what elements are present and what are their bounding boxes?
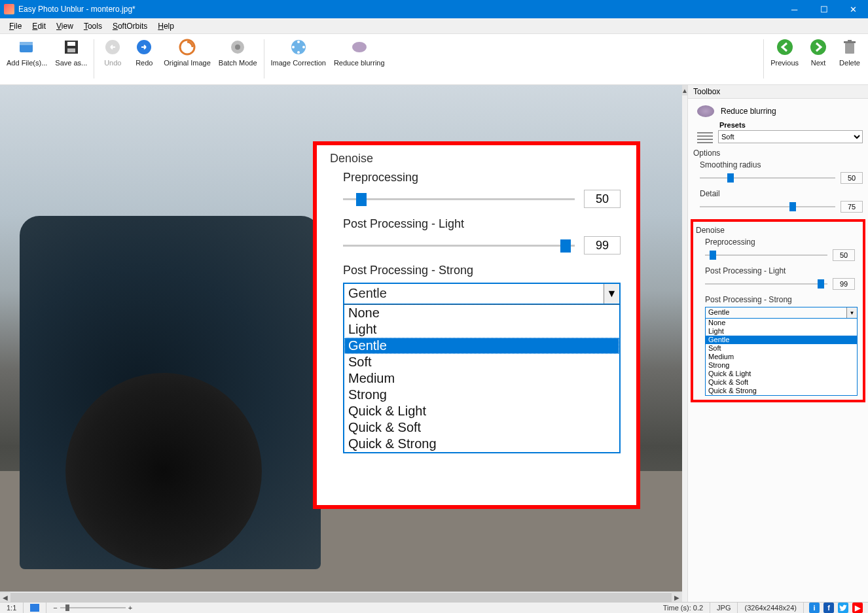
twitter-icon[interactable]: [838, 603, 848, 613]
zoom-out-icon[interactable]: −: [53, 604, 57, 612]
canvas-area[interactable]: Denoise Preprocessing 50 Post Processing…: [0, 85, 682, 602]
delete-button[interactable]: Delete: [834, 37, 865, 68]
info-icon[interactable]: i: [809, 603, 820, 613]
smoothing-value[interactable]: 50: [841, 172, 863, 184]
option-quick-soft[interactable]: Quick & Soft: [706, 378, 857, 387]
undo-icon: [103, 38, 122, 56]
tb-preprocessing-slider[interactable]: [705, 251, 827, 260]
undo-button[interactable]: Undo: [97, 37, 128, 68]
detail-value[interactable]: 75: [841, 201, 863, 213]
svg-rect-1: [20, 42, 33, 45]
vertical-scrollbar[interactable]: ▲: [682, 85, 687, 602]
add-files-label: Add File(s)...: [7, 59, 47, 67]
zoom-controls[interactable]: − +: [46, 603, 139, 613]
option-quick-soft[interactable]: Quick & Soft: [344, 419, 619, 436]
zoom-slider[interactable]: [60, 606, 126, 610]
tb-post-light-slider[interactable]: [705, 279, 827, 289]
svg-rect-4: [67, 48, 75, 52]
separator: [94, 39, 94, 79]
option-quick-strong[interactable]: Quick & Strong: [706, 387, 857, 395]
option-quick-strong[interactable]: Quick & Strong: [344, 436, 619, 452]
save-icon: [62, 38, 81, 56]
scroll-up-icon[interactable]: ▲: [682, 85, 687, 96]
option-gentle[interactable]: Gentle: [706, 336, 857, 344]
option-strong[interactable]: Strong: [706, 361, 857, 370]
option-none[interactable]: None: [344, 305, 619, 321]
batch-mode-button[interactable]: Batch Mode: [215, 37, 261, 68]
separator: [264, 39, 264, 79]
menu-softorbits[interactable]: SoftOrbits: [107, 20, 153, 32]
tb-post-strong-label: Post Processing - Strong: [696, 294, 860, 306]
reduce-blurring-icon: [350, 38, 369, 56]
option-gentle[interactable]: Gentle: [344, 338, 619, 354]
presets-select[interactable]: Soft: [718, 130, 863, 143]
post-strong-selected: Gentle: [344, 284, 604, 304]
redo-button[interactable]: Redo: [128, 37, 160, 68]
menu-edit[interactable]: Edit: [27, 20, 51, 32]
scroll-left-icon[interactable]: ◀: [0, 592, 10, 602]
chevron-down-icon[interactable]: ▼: [846, 307, 857, 318]
menubar: File Edit View Tools SoftOrbits Help: [0, 18, 868, 34]
original-image-button[interactable]: Original Image: [160, 37, 215, 68]
denoise-highlight-box: Denoise Preprocessing 50 Post Processing…: [691, 219, 865, 402]
tb-post-light-value[interactable]: 99: [833, 278, 855, 290]
add-files-button[interactable]: Add File(s)...: [3, 37, 51, 68]
close-button[interactable]: ✕: [839, 0, 868, 18]
option-light[interactable]: Light: [706, 327, 857, 336]
menu-help[interactable]: Help: [153, 20, 179, 32]
option-medium[interactable]: Medium: [706, 353, 857, 361]
detail-slider[interactable]: [700, 202, 835, 211]
horizontal-scrollbar[interactable]: ◀ ▶: [0, 591, 682, 602]
post-light-value[interactable]: 99: [584, 236, 621, 254]
post-strong-options[interactable]: NoneLightGentleSoftMediumStrongQuick & L…: [343, 304, 621, 453]
scroll-right-icon[interactable]: ▶: [672, 592, 682, 602]
image-correction-button[interactable]: Image Correction: [267, 37, 330, 68]
presets-label: Presets: [688, 121, 868, 130]
delete-icon: [841, 38, 859, 56]
menu-file[interactable]: File: [4, 20, 27, 32]
zoom-ratio[interactable]: 1:1: [0, 603, 24, 613]
menu-tools[interactable]: Tools: [79, 20, 107, 32]
option-none[interactable]: None: [706, 319, 857, 327]
previous-button[interactable]: Previous: [767, 37, 803, 68]
app-icon: [4, 4, 14, 14]
chevron-down-icon[interactable]: ▼: [604, 284, 619, 304]
tb-post-strong-combo[interactable]: Gentle ▼: [705, 307, 858, 319]
option-light[interactable]: Light: [344, 321, 619, 338]
menu-view[interactable]: View: [51, 20, 79, 32]
tb-post-light-label: Post Processing - Light: [696, 265, 860, 277]
option-strong[interactable]: Strong: [344, 387, 619, 403]
svg-point-15: [352, 42, 367, 52]
facebook-icon[interactable]: f: [823, 603, 834, 613]
post-strong-combo[interactable]: Gentle ▼: [343, 283, 621, 305]
post-light-label: Post Processing - Light: [343, 217, 621, 231]
options-title: Options: [688, 147, 868, 159]
maximize-button[interactable]: ☐: [809, 0, 839, 18]
preprocessing-value[interactable]: 50: [584, 190, 621, 208]
toolbox-mode: Reduce blurring: [721, 107, 776, 116]
option-quick-light[interactable]: Quick & Light: [706, 370, 857, 378]
reduce-blurring-button[interactable]: Reduce blurring: [330, 37, 389, 68]
youtube-icon[interactable]: ▶: [852, 603, 863, 613]
option-soft[interactable]: Soft: [706, 344, 857, 353]
smoothing-slider[interactable]: [700, 173, 835, 183]
minimize-button[interactable]: ─: [780, 0, 809, 18]
option-medium[interactable]: Medium: [344, 370, 619, 387]
presets-icon: [697, 130, 713, 143]
zoom-in-icon[interactable]: +: [128, 604, 132, 612]
tb-preprocessing-value[interactable]: 50: [833, 249, 855, 261]
save-as-button[interactable]: Save as...: [51, 37, 91, 68]
post-light-slider[interactable]: [343, 239, 575, 251]
zoom-fit-button[interactable]: [24, 603, 46, 613]
option-quick-light[interactable]: Quick & Light: [344, 403, 619, 419]
scroll-thumb[interactable]: [10, 593, 672, 602]
option-soft[interactable]: Soft: [344, 354, 619, 370]
denoise-overlay: Denoise Preprocessing 50 Post Processing…: [313, 141, 640, 509]
tb-post-strong-options[interactable]: NoneLightGentleSoftMediumStrongQuick & L…: [705, 319, 858, 396]
detail-label: Detail: [688, 188, 868, 200]
batch-mode-label: Batch Mode: [219, 59, 257, 67]
next-button[interactable]: Next: [803, 37, 834, 68]
preprocessing-slider[interactable]: [343, 193, 575, 205]
smoothing-label: Smoothing radius: [688, 159, 868, 171]
original-image-label: Original Image: [164, 59, 211, 67]
